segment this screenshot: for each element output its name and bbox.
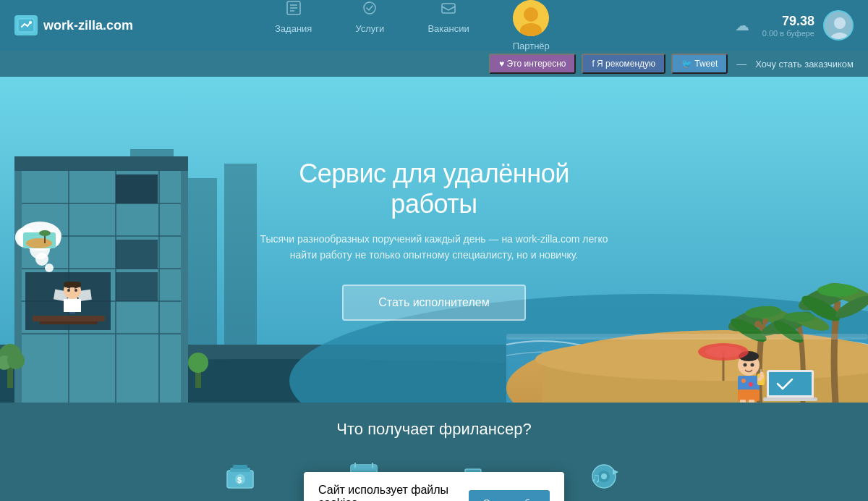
nav-label-uslugi: Услуги — [355, 23, 384, 34]
nav-item-partner[interactable]: Партнёр — [491, 0, 571, 57]
separator: — — [736, 58, 746, 70]
zarabotok-icon: $ — [226, 462, 258, 497]
nav-item-vakansii[interactable]: Вакансии — [406, 0, 490, 57]
nav-item-uslugi[interactable]: Услуги — [333, 0, 406, 57]
svg-text:♫: ♫ — [591, 471, 601, 485]
svg-text:$: $ — [237, 476, 242, 484]
customer-link[interactable]: Хочу стать заказчиком — [755, 59, 854, 70]
section-title: Что получает фрилансер? — [336, 420, 531, 439]
feature-zarabotok: $ Заработок — [219, 462, 265, 501]
vakansii-icon — [440, 0, 457, 20]
like-button[interactable]: ♥ Это интересно — [489, 54, 576, 74]
tweet-button[interactable]: 🐦 Tweet — [671, 54, 728, 74]
hero-subtitle: Тысячи разнообразных поручений каждый де… — [253, 231, 615, 264]
hero-title: Сервис для удалённой работы — [253, 159, 615, 219]
cookie-accept-button[interactable]: Ок, спасибо — [469, 490, 550, 502]
header: work-zilla.com Задания Услуги — [0, 0, 868, 51]
svg-rect-108 — [233, 465, 247, 469]
svg-point-1 — [29, 21, 32, 24]
svg-point-6 — [364, 2, 375, 14]
nav-item-zadaniya[interactable]: Задания — [253, 0, 333, 57]
feature-vpechatleniya: ♫ Свежие впечатления — [558, 462, 649, 501]
logo-icon — [14, 15, 38, 35]
main-nav: Задания Услуги Вакансии — [90, 0, 735, 57]
nav-label-partner: Партнёр — [513, 41, 550, 51]
hero-section: Сервис для удалённой работы Тысячи разно… — [0, 77, 868, 403]
cookie-banner: Сайт использует файлы cookies. Подробнее… — [304, 472, 564, 501]
partner-avatar — [513, 0, 549, 36]
balance-amount: 79.38 — [762, 14, 814, 29]
svg-point-12 — [834, 17, 846, 29]
cookie-text-area: Сайт использует файлы cookies. Подробнее — [318, 484, 451, 501]
cookie-message: Сайт использует файлы cookies. — [318, 484, 448, 501]
fb-button[interactable]: f Я рекомендую — [582, 54, 665, 74]
balance-buffer: 0.00 в буфере — [762, 29, 814, 38]
hero-content: Сервис для удалённой работы Тысячи разно… — [253, 159, 615, 321]
cta-button[interactable]: Стать исполнителем — [342, 285, 525, 321]
nav-label-zadaniya: Задания — [275, 23, 312, 34]
balance-info: 79.38 0.00 в буфере — [762, 14, 814, 38]
nav-label-vakansii: Вакансии — [427, 23, 469, 34]
svg-rect-7 — [442, 4, 455, 13]
vpechatleniya-icon: ♫ — [585, 462, 621, 497]
svg-point-126 — [601, 473, 607, 479]
bottom-section: Что получает фрилансер? $ Заработок — [0, 403, 868, 501]
header-right: ☁ 79.38 0.00 в буфере — [735, 10, 854, 41]
social-bar: ♥ Это интересно f Я рекомендую 🐦 Tweet —… — [0, 51, 868, 77]
cloud-icon: ☁ — [735, 17, 749, 34]
zadaniya-icon — [285, 0, 302, 20]
uslugi-icon — [361, 0, 378, 20]
svg-point-9 — [524, 7, 538, 22]
user-avatar[interactable] — [823, 10, 854, 41]
